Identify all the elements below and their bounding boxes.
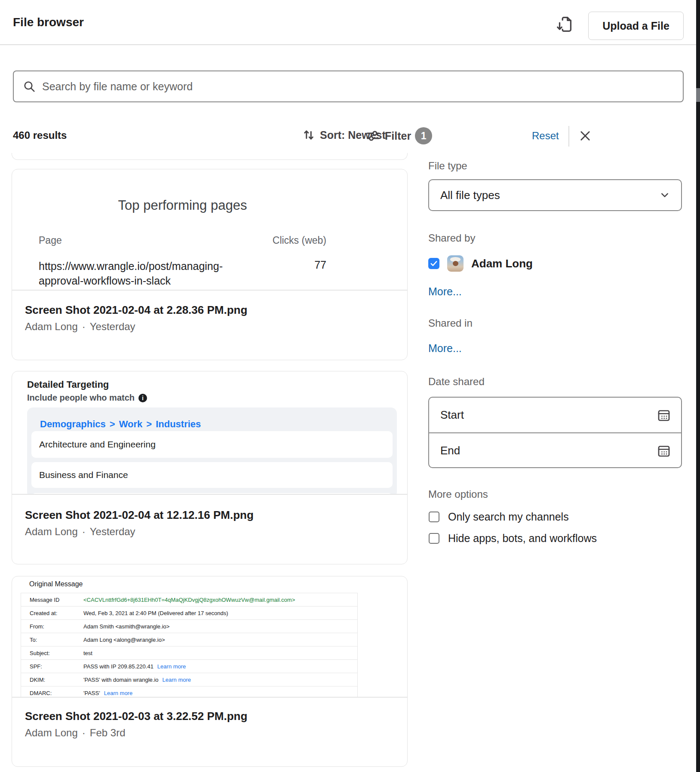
more-options-label: More options	[428, 488, 488, 500]
results-count: 460 results	[13, 129, 67, 141]
header-divider	[0, 44, 697, 45]
file-meta: Adam Long·Yesterday	[25, 526, 135, 538]
file-meta: Adam Long·Yesterday	[25, 321, 135, 333]
shared-by-label: Shared by	[428, 232, 475, 244]
file-author: Adam Long	[25, 526, 78, 537]
close-filters-button[interactable]	[577, 128, 593, 144]
file-date: Yesterday	[90, 526, 135, 537]
card-divider	[12, 494, 407, 495]
scrollbar-track[interactable]	[696, 0, 700, 772]
date-range-box: Start End	[428, 397, 682, 468]
results-bar-divider	[568, 126, 569, 147]
file-name: Screen Shot 2021-02-04 at 12.12.16 PM.pn…	[25, 509, 254, 522]
email-row: Message ID <CACVLnttfrfGd6+8j631EHh0T=4q…	[21, 593, 357, 607]
filter-button[interactable]: Filter 1	[365, 127, 432, 144]
preview-targeting-subtitle: Include people who match i	[27, 393, 147, 403]
card-divider	[12, 697, 407, 698]
file-download-icon	[555, 15, 575, 36]
preview-breadcrumb: Demographics>Work>Industries	[40, 419, 201, 430]
email-row: To: Adam Long <along@wrangle.io>	[21, 633, 357, 646]
learn-more-link: Learn more	[157, 663, 186, 670]
preview-col-page: Page	[39, 235, 62, 246]
calendar-icon	[656, 443, 672, 459]
preview-targeting-item: Business and Finance	[31, 462, 393, 488]
preview-targeting-box: Demographics>Work>Industries Architectur…	[27, 407, 397, 494]
search-icon	[22, 80, 36, 93]
email-row: Subject: test	[21, 646, 357, 660]
preview-chart-title: Top performing pages	[39, 198, 326, 213]
file-author: Adam Long	[25, 321, 78, 332]
learn-more-link: Learn more	[104, 690, 132, 696]
only-my-channels-option[interactable]: Only search my channels	[429, 511, 569, 523]
preview-targeting-item: Architecture and Engineering	[31, 431, 393, 458]
learn-more-link: Learn more	[163, 677, 191, 683]
file-type-value: All file types	[440, 189, 658, 202]
file-meta: Adam Long·Feb 3rd	[25, 727, 125, 739]
shared-in-label: Shared in	[428, 317, 473, 329]
previous-file-card-partial[interactable]	[12, 153, 408, 160]
page-title: File browser	[13, 15, 84, 29]
reset-filters-link[interactable]: Reset	[532, 130, 559, 142]
file-date: Yesterday	[90, 321, 135, 332]
preview-col-clicks: Clicks (web)	[273, 235, 326, 246]
file-type-label: File type	[428, 160, 467, 172]
file-author: Adam Long	[25, 727, 78, 738]
filter-sliders-icon	[365, 128, 381, 144]
card-divider	[12, 290, 407, 291]
file-card[interactable]: Top performing pages Page Clicks (web) h…	[12, 169, 408, 360]
date-start-field[interactable]: Start	[429, 398, 681, 432]
date-shared-label: Date shared	[428, 376, 485, 388]
email-row: From: Adam Smith <asmith@wrangle.io>	[21, 620, 357, 633]
shared-by-more-link[interactable]: More...	[428, 285, 462, 298]
shared-by-user-name: Adam Long	[471, 257, 533, 270]
close-icon	[578, 129, 593, 144]
user-avatar	[447, 255, 464, 272]
file-type-dropdown[interactable]: All file types	[428, 179, 682, 211]
upload-file-button[interactable]: Upload a File	[588, 12, 684, 40]
filter-label: Filter	[385, 130, 411, 142]
date-end-field[interactable]: End	[429, 432, 681, 468]
preview-email-table: Message ID <CACVLnttfrfGd6+8j631EHh0T=4q…	[21, 593, 358, 697]
file-name: Screen Shot 2021-02-04 at 2.28.36 PM.png	[25, 303, 247, 317]
email-row: Created at: Wed, Feb 3, 2021 at 2:40 PM …	[21, 607, 357, 620]
preview-clicks-value: 77	[314, 259, 326, 288]
file-preview-image: Original Message Message ID <CACVLnttfrf…	[12, 576, 407, 697]
shared-by-checkbox-checked[interactable]	[428, 258, 439, 269]
date-end-placeholder: End	[440, 444, 656, 457]
only-my-channels-checkbox[interactable]	[429, 512, 439, 522]
scrollbar-thumb[interactable]	[696, 88, 700, 102]
email-row: SPF: PASS with IP 209.85.220.41 Learn mo…	[21, 660, 357, 673]
shared-in-more-link[interactable]: More...	[428, 342, 462, 355]
only-my-channels-label: Only search my channels	[448, 511, 569, 523]
hide-apps-option[interactable]: Hide apps, bots, and workflows	[429, 532, 597, 545]
file-preview-image: Detailed Targeting Include people who ma…	[12, 371, 407, 494]
file-name: Screen Shot 2021-02-03 at 3.22.52 PM.png	[25, 710, 247, 723]
preview-page-url: https://www.wrangle.io/post/managing-app…	[39, 259, 254, 288]
search-input[interactable]	[41, 80, 683, 93]
download-file-button[interactable]	[554, 13, 576, 37]
email-row: DMARC: 'PASS' Learn more	[21, 686, 357, 697]
preview-email-title: Original Message	[29, 580, 83, 588]
info-icon: i	[138, 394, 147, 402]
calendar-icon	[656, 407, 672, 423]
file-card[interactable]: Detailed Targeting Include people who ma…	[12, 371, 408, 564]
file-date: Feb 3rd	[90, 727, 126, 738]
chevron-down-icon	[658, 188, 672, 202]
file-browser-page: File browser Upload a File 460 results	[0, 0, 700, 772]
search-bar[interactable]	[13, 70, 684, 102]
date-start-placeholder: Start	[440, 408, 656, 422]
file-card[interactable]: Original Message Message ID <CACVLnttfrf…	[12, 576, 408, 767]
hide-apps-label: Hide apps, bots, and workflows	[448, 532, 597, 545]
preview-targeting-title: Detailed Targeting	[27, 379, 109, 390]
email-row: DKIM: 'PASS' with domain wrangle.io Lear…	[21, 673, 357, 686]
file-preview-image: Top performing pages Page Clicks (web) h…	[12, 169, 407, 290]
filter-count-badge: 1	[415, 127, 432, 144]
hide-apps-checkbox[interactable]	[429, 533, 439, 544]
sort-arrows-icon	[301, 127, 316, 143]
shared-by-user-row[interactable]: Adam Long	[428, 255, 533, 272]
